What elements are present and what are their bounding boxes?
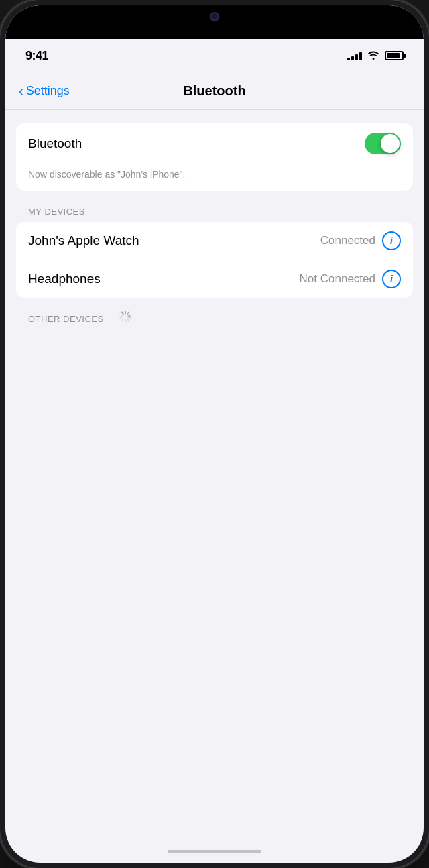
device-right-headphones: Not Connected i (300, 270, 401, 288)
screen: 9:41 (5, 5, 424, 863)
battery-fill (387, 53, 400, 58)
my-devices-card: John's Apple Watch Connected i Headphone… (16, 222, 413, 298)
discoverable-text: Now discoverable as "John's iPhone". (16, 164, 413, 191)
device-right-apple-watch: Connected i (320, 231, 401, 250)
back-button[interactable]: ‹ Settings (19, 83, 70, 99)
phone-frame: 9:41 (0, 0, 429, 868)
notch (161, 5, 268, 28)
device-info-button-apple-watch[interactable]: i (382, 231, 401, 250)
signal-bar-4 (359, 52, 362, 60)
svg-line-7 (122, 319, 123, 321)
notch-area (5, 5, 424, 39)
bluetooth-label: Bluetooth (28, 136, 82, 151)
status-time: 9:41 (25, 49, 48, 63)
device-name-apple-watch: John's Apple Watch (28, 233, 139, 248)
other-devices-header: OTHER DEVICES (16, 303, 116, 329)
device-row-headphones[interactable]: Headphones Not Connected i (16, 260, 413, 298)
signal-bar-2 (351, 56, 354, 60)
content-area: Bluetooth Now discoverable as "John's iP… (5, 110, 424, 840)
page-title: Bluetooth (183, 83, 245, 99)
nav-bar: ‹ Settings Bluetooth (5, 72, 424, 110)
device-status-apple-watch: Connected (320, 234, 375, 248)
bluetooth-toggle[interactable] (365, 133, 401, 154)
front-camera (210, 12, 219, 21)
wifi-icon (367, 50, 379, 62)
signal-icon (347, 51, 362, 60)
svg-line-11 (122, 312, 123, 314)
svg-line-1 (127, 312, 129, 314)
bluetooth-toggle-card: Bluetooth Now discoverable as "John's iP… (16, 123, 413, 191)
back-label: Settings (26, 84, 70, 98)
device-info-button-headphones[interactable]: i (382, 270, 401, 288)
device-row-apple-watch[interactable]: John's Apple Watch Connected i (16, 222, 413, 260)
device-status-headphones: Not Connected (300, 272, 375, 286)
loading-spinner-icon (119, 310, 132, 323)
status-bar: 9:41 (5, 39, 424, 72)
back-arrow-icon: ‹ (19, 83, 23, 99)
toggle-thumb (381, 134, 400, 153)
device-name-headphones: Headphones (28, 272, 101, 286)
battery-icon (385, 51, 404, 60)
other-devices-section-header-row: OTHER DEVICES (16, 303, 413, 329)
svg-line-5 (127, 319, 129, 321)
home-bar (168, 850, 261, 853)
signal-bar-3 (355, 54, 358, 60)
my-devices-header: MY DEVICES (16, 196, 413, 222)
bluetooth-toggle-row: Bluetooth (16, 123, 413, 164)
status-icons (347, 50, 404, 62)
signal-bar-1 (347, 58, 350, 60)
home-indicator[interactable] (5, 840, 424, 863)
